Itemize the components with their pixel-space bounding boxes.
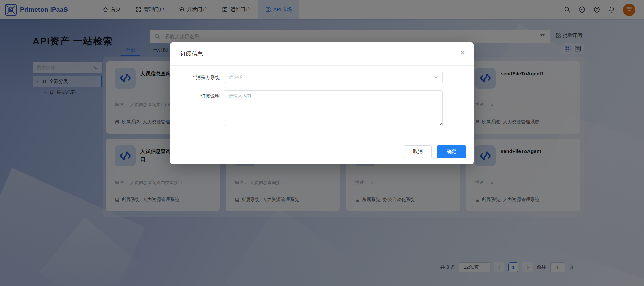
chevron-down-icon bbox=[434, 75, 438, 80]
label-text: 消费方系统 bbox=[196, 75, 220, 80]
subscription-note-textarea[interactable] bbox=[224, 90, 443, 126]
confirm-label: 确定 bbox=[447, 149, 456, 155]
confirm-button[interactable]: 确定 bbox=[437, 145, 466, 158]
consumer-system-select[interactable]: 请选择 bbox=[224, 72, 443, 83]
cancel-label: 取消 bbox=[413, 149, 423, 155]
close-icon[interactable]: ✕ bbox=[460, 50, 465, 56]
label-text: 订阅说明 bbox=[201, 93, 220, 99]
subscription-modal: 订阅信息 ✕ *消费方系统 请选择 订阅说明 取消 确定 bbox=[170, 42, 474, 164]
consumer-system-label: *消费方系统 bbox=[170, 72, 220, 83]
modal-header-divider bbox=[170, 65, 474, 66]
modal-footer-divider bbox=[170, 138, 474, 138]
modal-title: 订阅信息 bbox=[180, 42, 203, 65]
select-placeholder: 请选择 bbox=[228, 74, 242, 80]
cancel-button[interactable]: 取消 bbox=[404, 145, 432, 158]
required-asterisk: * bbox=[193, 75, 195, 80]
subscription-note-label: 订阅说明 bbox=[170, 90, 220, 102]
